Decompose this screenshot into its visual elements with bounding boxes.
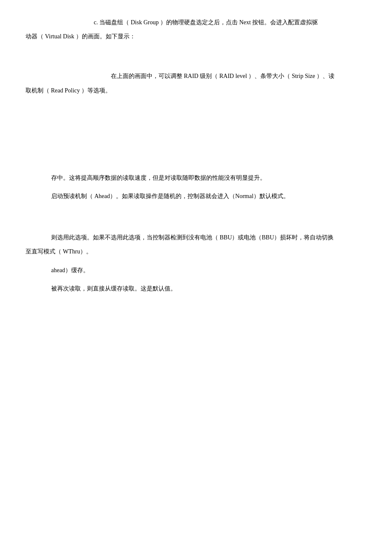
text-2a: 在上面的画面中，可以调整 RAID 级别（ RAID level ）、条带大小（…: [111, 73, 334, 79]
paragraph-12a: 存中。这将提高顺序数据的读取速度，但是对读取随即数据的性能没有明显提升。: [26, 173, 366, 183]
paragraph-2b: 取机制（ Read Policy ）等选项。: [26, 85, 366, 96]
paragraph-1b: 动器（ Virtual Disk ）的画面。如下显示：: [26, 31, 366, 42]
paragraph-13a: 启动预读机制（ Ahead）。如果读取操作是随机的，控制器就会进入（Normal…: [26, 191, 366, 201]
paragraph-17b: 至直写模式（ WThru）。: [26, 246, 366, 257]
text-2b: 取机制（ Read Policy ）等选项。: [26, 87, 111, 94]
paragraph-17a: 则选用此选项。如果不选用此选项，当控制器检测到没有电池（ BBU）或电池（BBU…: [26, 232, 366, 243]
text-1a: c. 当磁盘组（ Disk Group ）的物理硬盘选定之后，点击 Next 按…: [94, 19, 318, 26]
paragraph-18a: ahead）缓存。: [26, 265, 366, 276]
text-17b: 至直写模式（ WThru）。: [26, 248, 92, 255]
text-1b: 动器（ Virtual Disk ）的画面。如下显示：: [26, 33, 135, 40]
paragraph-19a: 被再次读取，则直接从缓存读取。这是默认值。: [26, 283, 366, 294]
document-content: c. 当磁盘组（ Disk Group ）的物理硬盘选定之后，点击 Next 按…: [26, 17, 366, 302]
text-12a: 存中。这将提高顺序数据的读取速度，但是对读取随即数据的性能没有明显提升。: [51, 175, 266, 181]
text-13a: 启动预读机制（ Ahead）。如果读取操作是随机的，控制器就会进入（Normal…: [51, 193, 289, 199]
paragraph-1a: c. 当磁盘组（ Disk Group ）的物理硬盘选定之后，点击 Next 按…: [26, 17, 366, 28]
text-19a: 被再次读取，则直接从缓存读取。这是默认值。: [51, 285, 176, 292]
text-17a: 则选用此选项。如果不选用此选项，当控制器检测到没有电池（ BBU）或电池（BBU…: [51, 234, 334, 241]
text-18a: ahead）缓存。: [51, 267, 89, 273]
paragraph-2a: 在上面的画面中，可以调整 RAID 级别（ RAID level ）、条带大小（…: [26, 71, 366, 81]
